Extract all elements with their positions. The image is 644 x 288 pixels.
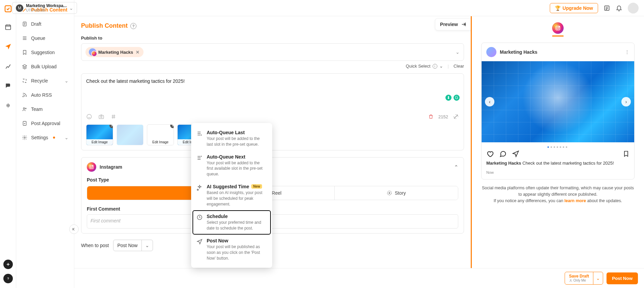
account-chip[interactable]: Marketing Hacks ✕	[85, 47, 144, 57]
when-to-post-select[interactable]: Post Now ⌄	[113, 240, 153, 251]
chevron-down-icon: ⌄	[439, 64, 443, 69]
close-icon[interactable]: ✕	[109, 124, 113, 128]
preview-toggle[interactable]: Preview	[435, 18, 472, 30]
magic-icon[interactable]	[453, 114, 459, 120]
sidebar-item-label: Settings	[31, 135, 48, 140]
svg-point-15	[93, 166, 93, 166]
preview-avatar	[486, 47, 496, 57]
publish-to-selector[interactable]: Marketing Hacks ✕ ⌄	[81, 43, 464, 61]
edit-image-label[interactable]: Edit Image	[86, 139, 113, 145]
topbar: M Marketing Workspa... UTC+05:00 ⌄ 🏆 Upg…	[74, 0, 644, 16]
sidebar-item-settings[interactable]: Settings ⌄	[19, 131, 71, 144]
trash-icon[interactable]	[428, 114, 434, 119]
share-icon[interactable]	[512, 150, 519, 158]
instagram-icon	[87, 162, 96, 172]
sidebar-item-recycle[interactable]: Recycle ⌄	[19, 74, 71, 87]
post-type-segment: Reel Story	[87, 186, 458, 200]
account-name: Marketing Hacks	[98, 50, 133, 55]
sidebar: Publish Content Draft Queue Suggestion B…	[16, 0, 74, 288]
heart-icon[interactable]	[486, 150, 494, 158]
preview-tab-instagram[interactable]	[552, 22, 564, 34]
sidebar-item-bulk-upload[interactable]: Bulk Upload	[19, 60, 71, 73]
rail-publish[interactable]	[1, 40, 15, 53]
sidebar-item-suggestion[interactable]: Suggestion	[19, 46, 71, 59]
learn-more-link[interactable]: learn more	[564, 198, 586, 203]
bookmark-icon	[22, 49, 28, 55]
preview-disclaimer: Social media platforms often update thei…	[481, 185, 635, 204]
rss-icon	[22, 92, 28, 98]
rail-calendar[interactable]	[1, 20, 15, 34]
option-ai-suggested[interactable]: AI Suggested Time New Based on AI insigh…	[191, 181, 272, 210]
grammarly-download-icon: ⬇	[445, 94, 452, 101]
send-icon	[197, 238, 203, 261]
thumbnail-1[interactable]: ✕ Edit Image	[86, 124, 113, 145]
quick-select-button[interactable]: Quick Select i ⌄	[406, 64, 443, 69]
svg-point-20	[557, 27, 559, 29]
carousel-prev[interactable]: ‹	[485, 97, 494, 106]
platform-name: Instagram	[100, 164, 122, 170]
edit-image-label[interactable]: Edit Image	[147, 139, 174, 145]
help-icon[interactable]: ?	[130, 23, 136, 29]
preview-caption-author: Marketing Hacks	[486, 161, 521, 166]
svg-point-22	[570, 280, 571, 281]
chevron-down-icon: ⌄	[65, 135, 69, 140]
notes-icon[interactable]	[603, 5, 610, 11]
profile-avatar[interactable]	[628, 3, 639, 14]
close-icon[interactable]: ✕	[170, 124, 174, 128]
account-avatar	[89, 48, 96, 56]
grammarly-icon: G	[453, 94, 460, 101]
save-draft-button[interactable]: Save Draft Only Me ⌄	[565, 272, 603, 285]
workspace-timezone: UTC+05:00	[26, 8, 67, 12]
bell-icon[interactable]	[616, 5, 622, 11]
queue-next-icon	[197, 154, 203, 177]
chevron-up-icon[interactable]: ⌃	[454, 164, 458, 170]
workspace-name: Marketing Workspa...	[26, 4, 67, 8]
carousel-next[interactable]: ›	[621, 97, 631, 106]
grammarly-badge[interactable]: ⬇ G	[445, 94, 460, 101]
compose-textarea[interactable]: Check out the latest marketing tactics f…	[81, 73, 464, 150]
workspace-selector[interactable]: M Marketing Workspa... UTC+05:00 ⌄	[12, 2, 77, 14]
option-schedule[interactable]: Schedule Select your preferred time and …	[193, 211, 270, 234]
thumbnail-3[interactable]: ✕ Edit Image	[147, 124, 174, 145]
svg-point-10	[87, 114, 92, 119]
save-draft-caret[interactable]: ⌄	[593, 272, 603, 284]
sidebar-item-draft[interactable]: Draft	[19, 18, 71, 30]
sidebar-item-team[interactable]: Team	[19, 103, 71, 116]
chevron-down-icon: ⌄	[69, 5, 73, 11]
clock-icon	[197, 214, 203, 231]
option-post-now[interactable]: Post Now Your post will be published as …	[191, 235, 272, 264]
add-fab[interactable]	[3, 260, 13, 269]
sidebar-item-auto-rss[interactable]: Auto RSS	[19, 89, 71, 101]
option-auto-queue-next[interactable]: Auto-Queue Next Your post will be added …	[191, 151, 272, 181]
save-icon[interactable]	[623, 150, 629, 157]
hashtag-icon[interactable]	[110, 114, 117, 120]
workspace-avatar: M	[16, 4, 23, 12]
svg-text:?: ?	[7, 277, 9, 280]
first-comment-input[interactable]: First comment	[87, 214, 458, 229]
team-icon	[22, 106, 28, 112]
comment-icon[interactable]	[499, 150, 507, 158]
svg-point-14	[91, 166, 92, 168]
more-icon[interactable]: ⋮	[625, 49, 629, 55]
rail-analytics[interactable]	[1, 59, 15, 73]
upgrade-button[interactable]: 🏆 Upgrade Now	[550, 3, 598, 13]
app-logo[interactable]	[3, 3, 14, 14]
svg-rect-11	[99, 115, 104, 119]
remove-account-icon[interactable]: ✕	[135, 50, 140, 55]
clear-button[interactable]: Clear	[454, 64, 464, 69]
post-now-button[interactable]: Post Now	[607, 272, 638, 284]
thumbnail-2[interactable]	[117, 124, 144, 145]
stack-icon	[22, 64, 28, 70]
chevron-down-icon[interactable]: ⌄	[141, 240, 153, 251]
chevron-down-icon[interactable]: ⌄	[456, 49, 460, 55]
emoji-icon[interactable]	[86, 114, 92, 120]
help-fab[interactable]: ?	[3, 274, 13, 283]
camera-icon[interactable]	[98, 114, 104, 120]
rail-engage[interactable]	[1, 79, 15, 93]
option-auto-queue-last[interactable]: Auto-Queue Last Your post will be added …	[191, 126, 272, 151]
segment-story[interactable]: Story	[334, 186, 458, 200]
info-icon: i	[433, 64, 437, 69]
sidebar-item-queue[interactable]: Queue	[19, 32, 71, 45]
sidebar-item-post-approval[interactable]: Post Approval	[19, 117, 71, 130]
rail-audio[interactable]	[1, 99, 15, 112]
